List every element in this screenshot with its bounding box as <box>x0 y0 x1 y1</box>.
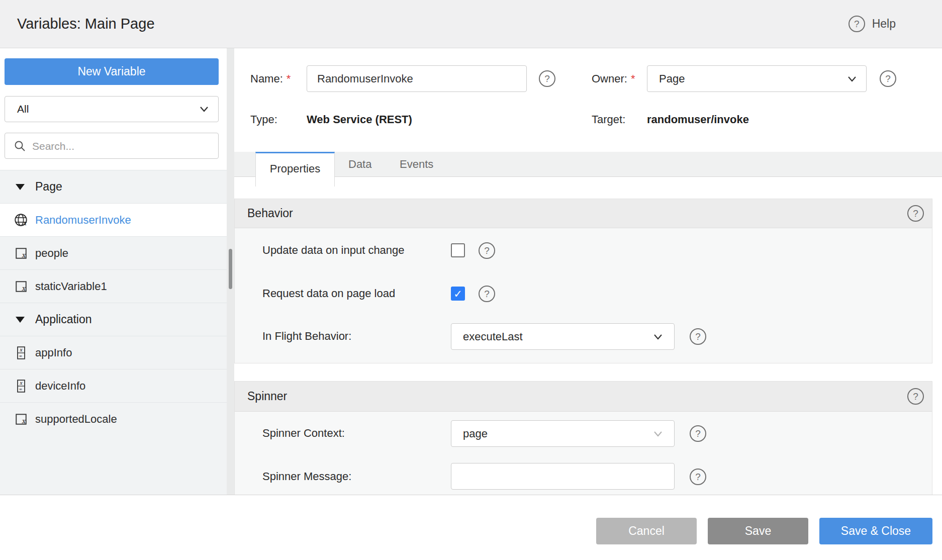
target-label: Target: <box>592 108 625 132</box>
update-data-label: Update data on input change <box>262 243 405 258</box>
behavior-section-title: Behavior <box>247 199 293 227</box>
tree-item-supportedlocale[interactable]: x supportedLocale <box>0 402 227 435</box>
variable-search <box>5 133 219 159</box>
tree-item-staticvariable1[interactable]: x staticVariable1 <box>0 269 227 303</box>
in-flight-behavior-label: In Flight Behavior: <box>262 329 351 344</box>
spinner-context-help-icon[interactable] <box>690 425 706 442</box>
web-service-variable-icon: x <box>14 213 28 227</box>
target-value: randomuser/invoke <box>647 108 749 132</box>
tree-item-label: deviceInfo <box>35 380 85 393</box>
owner-label: Owner:* <box>592 65 635 92</box>
chevron-down-icon <box>199 106 209 113</box>
svg-text:∞: ∞ <box>19 353 22 358</box>
tab-strip: Data Events <box>234 152 942 177</box>
model-variable-icon: x∞ <box>14 379 28 393</box>
chevron-down-icon <box>653 430 663 437</box>
sidebar-scrollbar-track <box>227 48 234 495</box>
tree-item-randomuserinvoke[interactable]: x RandomuserInvoke <box>0 203 227 236</box>
search-input[interactable] <box>31 134 214 159</box>
help-icon <box>849 16 865 32</box>
update-data-help-icon[interactable] <box>479 242 495 259</box>
tab-data[interactable]: Data <box>348 152 371 177</box>
in-flight-behavior-select[interactable]: executeLast <box>451 323 675 350</box>
svg-text:x: x <box>22 284 26 292</box>
spinner-section-header: Spinner <box>235 382 932 412</box>
variables-dialog: Variables: Main Page Help New Variable A… <box>0 0 942 560</box>
svg-text:x: x <box>19 380 23 386</box>
in-flight-behavior-value: executeLast <box>463 324 523 349</box>
in-flight-behavior-help-icon[interactable] <box>690 328 706 345</box>
variable-editor-panel: Name:* Owner:* Page Type: Web Service (R… <box>234 48 942 495</box>
help-link[interactable]: Help <box>849 0 896 48</box>
caret-down-icon <box>16 317 25 323</box>
svg-text:x: x <box>22 251 26 258</box>
request-data-label: Request data on page load <box>262 286 395 301</box>
help-label: Help <box>872 17 896 31</box>
spinner-context-label: Spinner Context: <box>262 426 345 441</box>
update-data-checkbox[interactable] <box>451 243 465 257</box>
tree-item-label: RandomuserInvoke <box>35 214 131 227</box>
tree-group-label: Page <box>35 180 62 194</box>
save-button[interactable]: Save <box>708 518 808 544</box>
svg-text:x: x <box>22 417 26 424</box>
behavior-help-icon[interactable] <box>907 205 924 222</box>
spinner-section: Spinner Spinner Context: page Spinner Me… <box>234 381 932 495</box>
name-help-icon[interactable] <box>539 70 555 87</box>
required-asterisk: * <box>631 72 635 85</box>
behavior-section: Behavior Update data on input change Req… <box>234 199 932 363</box>
static-variable-icon: x <box>14 413 28 426</box>
variable-filter-select[interactable]: All <box>5 96 219 122</box>
type-value: Web Service (REST) <box>307 108 412 132</box>
static-variable-icon: x <box>14 280 28 293</box>
content-footer-divider <box>0 495 942 495</box>
static-variable-icon: x <box>14 247 28 260</box>
tree-item-deviceinfo[interactable]: x∞ deviceInfo <box>0 369 227 402</box>
svg-text:∞: ∞ <box>19 387 22 392</box>
name-input[interactable] <box>307 65 527 92</box>
caret-down-icon <box>16 184 25 190</box>
tree-item-label: appInfo <box>35 346 72 359</box>
variable-tree: Page x RandomuserInvoke x people x <box>0 170 227 495</box>
tree-item-label: supportedLocale <box>35 413 117 426</box>
new-variable-button[interactable]: New Variable <box>5 58 219 85</box>
variable-list-sidebar: New Variable All Page x R <box>0 48 227 495</box>
tree-group-application[interactable]: Application <box>0 303 227 336</box>
owner-value: Page <box>659 66 685 91</box>
save-and-close-button[interactable]: Save & Close <box>819 518 932 544</box>
cancel-button[interactable]: Cancel <box>596 518 697 544</box>
spinner-section-title: Spinner <box>247 382 287 411</box>
spinner-context-value: page <box>463 421 488 446</box>
spinner-message-help-icon[interactable] <box>690 469 706 485</box>
model-variable-icon: x∞ <box>14 346 28 360</box>
spinner-message-input[interactable] <box>451 463 675 490</box>
behavior-section-header: Behavior <box>235 199 932 228</box>
tab-properties[interactable]: Properties <box>255 152 335 186</box>
spinner-context-select[interactable]: page <box>451 420 675 447</box>
tree-item-label: staticVariable1 <box>35 280 107 293</box>
page-title: Variables: Main Page <box>17 0 155 48</box>
chevron-down-icon <box>847 75 857 82</box>
tree-group-page[interactable]: Page <box>0 170 227 203</box>
required-asterisk: * <box>287 72 291 85</box>
request-data-checkbox[interactable] <box>451 287 465 301</box>
tree-group-label: Application <box>35 313 92 326</box>
svg-text:x: x <box>19 347 23 352</box>
spinner-help-icon[interactable] <box>907 388 924 405</box>
sidebar-scrollbar-thumb[interactable] <box>229 249 232 289</box>
tree-item-label: people <box>35 247 68 260</box>
owner-select[interactable]: Page <box>647 65 867 92</box>
tab-events[interactable]: Events <box>400 152 433 177</box>
request-data-help-icon[interactable] <box>479 286 495 302</box>
tree-item-appinfo[interactable]: x∞ appInfo <box>0 336 227 369</box>
title-bar: Variables: Main Page Help <box>0 0 942 48</box>
chevron-down-icon <box>653 333 663 340</box>
name-label: Name:* <box>250 65 291 92</box>
search-icon <box>14 140 27 155</box>
tree-item-people[interactable]: x people <box>0 236 227 269</box>
variable-filter-value: All <box>17 97 29 122</box>
owner-help-icon[interactable] <box>880 70 896 87</box>
spinner-message-label: Spinner Message: <box>262 469 351 484</box>
type-label: Type: <box>250 108 277 132</box>
